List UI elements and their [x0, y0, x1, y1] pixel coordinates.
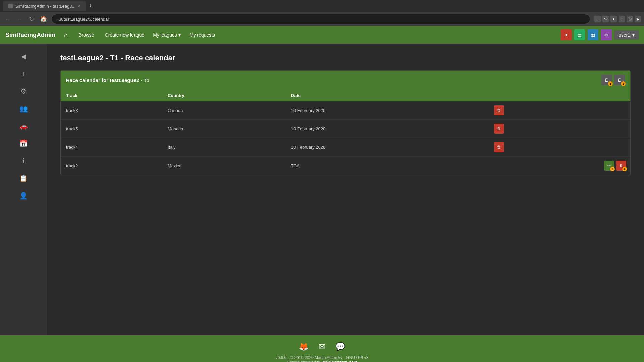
table-row: track5 Monaco 10 February 2020 🗑: [61, 120, 630, 138]
ext-icon-shield[interactable]: 🛡: [602, 16, 609, 22]
sidebar-icon-add[interactable]: ＋: [16, 66, 31, 81]
calendar-header-title: Race calendar for testLeague2 - T1: [66, 77, 149, 83]
main-layout: ◀ ＋ ⚙ 👥 🚗 📅 ℹ 📋 👤 testLeague2 - T1 - Rac…: [0, 44, 644, 335]
ext-icon-dl[interactable]: ↓: [619, 16, 625, 22]
delete-button[interactable]: 🗑: [494, 142, 504, 152]
sidebar-icon-users[interactable]: 👥: [16, 101, 31, 116]
cell-track: track3: [61, 101, 162, 120]
app-nav-right: ✦ ▤ ▦ ✉ user1 ▾: [561, 29, 639, 40]
nav-icon-green[interactable]: ▤: [574, 29, 585, 40]
delete-button[interactable]: 🗑: [494, 124, 504, 134]
sidebar: ◀ ＋ ⚙ 👥 🚗 📅 ℹ 📋 👤: [0, 44, 47, 335]
calendar-card: Race calendar for testLeague2 - T1 🗒 1 🗒…: [60, 70, 631, 175]
sidebar-icon-user[interactable]: 👤: [16, 188, 31, 203]
header-btn-2-badge: 2: [621, 81, 626, 86]
nav-icon-blue[interactable]: ▦: [588, 29, 598, 40]
sidebar-icon-info[interactable]: ℹ: [16, 154, 31, 168]
cell-country: Italy: [162, 138, 286, 157]
footer-icon-gitlab[interactable]: 🦊: [299, 342, 309, 351]
active-tab: SimRacingAdmin - testLeagu... ×: [3, 1, 86, 11]
calendar-header: Race calendar for testLeague2 - T1 🗒 1 🗒…: [61, 71, 630, 89]
refresh-button[interactable]: ↻: [27, 14, 36, 24]
sidebar-icon-settings[interactable]: ⚙: [16, 84, 31, 99]
new-tab-button[interactable]: +: [86, 3, 95, 10]
forward-button[interactable]: →: [15, 14, 25, 24]
table-header-row: Track Country Date: [61, 89, 630, 101]
footer: 🦊 ✉ 💬 v0.9.0 - © 2019-2020 Martin Auters…: [0, 335, 644, 362]
sidebar-icon-back[interactable]: ◀: [16, 49, 31, 64]
table-row: track4 Italy 10 February 2020 🗑: [61, 138, 630, 157]
edit-button[interactable]: ✏ 3: [604, 161, 614, 171]
cell-actions: ✏ 3 🗑 4: [489, 157, 630, 175]
home-button[interactable]: 🏠: [38, 14, 49, 24]
header-btn-1-badge: 1: [608, 81, 613, 86]
browser-extensions: ⋯ 🛡 ★ ↓ ⊞ ▶: [594, 16, 641, 22]
footer-design-text: Design powered by: [287, 360, 322, 362]
del-badge: 4: [622, 167, 627, 171]
header-btn-2[interactable]: 🗒 2: [614, 75, 625, 85]
nav-my-leagues-label: My leagues: [153, 32, 177, 38]
sidebar-icon-list[interactable]: 📋: [16, 171, 31, 186]
user-arrow: ▾: [632, 32, 635, 38]
cell-track: track4: [61, 138, 162, 157]
tab-title: SimRacingAdmin - testLeagu...: [15, 4, 75, 9]
nav-home-link[interactable]: ⌂: [62, 30, 70, 40]
user-label: user1: [619, 32, 630, 38]
nav-icon-purple[interactable]: ✉: [601, 29, 612, 40]
col-track: Track: [61, 89, 162, 101]
cell-date: 10 February 2020: [286, 101, 489, 120]
nav-my-requests-link[interactable]: My requests: [187, 31, 217, 39]
nav-browse-link[interactable]: Browse: [76, 31, 96, 39]
cell-track: track5: [61, 120, 162, 138]
cell-actions: 🗑: [489, 120, 630, 138]
back-button[interactable]: ←: [3, 14, 13, 24]
address-bar[interactable]: [51, 14, 590, 24]
app-navbar: SimRacingAdmin ⌂ Browse Create new leagu…: [0, 26, 644, 44]
header-btn-1[interactable]: 🗒 1: [601, 75, 612, 85]
header-buttons: 🗒 1 🗒 2: [601, 75, 625, 85]
tab-close-button[interactable]: ×: [78, 4, 80, 8]
ext-icon-1[interactable]: ⋯: [594, 16, 601, 22]
footer-icon-discord[interactable]: 💬: [335, 342, 345, 351]
footer-design-link[interactable]: MDBootstrap.com: [322, 360, 357, 362]
col-actions: [489, 89, 630, 101]
sidebar-icon-calendar[interactable]: 📅: [16, 136, 31, 151]
cell-date: 10 February 2020: [286, 138, 489, 157]
action-double: ✏ 3 🗑 4: [494, 161, 626, 171]
col-date: Date: [286, 89, 489, 101]
race-table: Track Country Date track3 Canada 10 Febr…: [61, 89, 630, 175]
ext-icon-grid[interactable]: ⊞: [627, 16, 633, 22]
footer-copyright-text: v0.9.0 - © 2019-2020 Martin Auterský - G…: [276, 355, 368, 360]
content-area: testLeague2 - T1 - Race calendar Race ca…: [47, 44, 644, 335]
cell-date: TBA: [286, 157, 489, 175]
table-row: track3 Canada 10 February 2020 🗑: [61, 101, 630, 120]
cell-track: track2: [61, 157, 162, 175]
cell-date: 10 February 2020: [286, 120, 489, 138]
delete-button[interactable]: 🗑 4: [616, 161, 626, 171]
sidebar-icon-car[interactable]: 🚗: [16, 119, 31, 133]
cell-country: Mexico: [162, 157, 286, 175]
browser-nav: ← → ↻ 🏠 ⋯ 🛡 ★ ↓ ⊞ ▶: [0, 12, 644, 26]
col-country: Country: [162, 89, 286, 101]
table-row: track2 Mexico TBA ✏ 3 🗑: [61, 157, 630, 175]
edit-badge: 3: [610, 167, 615, 171]
ext-icon-player[interactable]: ▶: [635, 16, 641, 22]
delete-button[interactable]: 🗑: [494, 105, 504, 115]
nav-my-leagues-dropdown[interactable]: My leagues ▾: [153, 32, 181, 38]
footer-copyright: v0.9.0 - © 2019-2020 Martin Auterský - G…: [7, 355, 637, 362]
nav-my-leagues-arrow: ▾: [178, 32, 181, 38]
app-brand: SimRacingAdmin: [5, 32, 55, 39]
cell-country: Monaco: [162, 120, 286, 138]
footer-icon-email[interactable]: ✉: [319, 342, 325, 351]
cell-actions: 🗑: [489, 138, 630, 157]
race-table-header: Track Country Date: [61, 89, 630, 101]
user-menu-button[interactable]: user1 ▾: [614, 30, 639, 40]
nav-icon-red[interactable]: ✦: [561, 29, 572, 40]
tab-favicon: [8, 4, 13, 8]
race-table-body: track3 Canada 10 February 2020 🗑 track5 …: [61, 101, 630, 175]
cell-actions: 🗑: [489, 101, 630, 120]
cell-country: Canada: [162, 101, 286, 120]
nav-create-league-link[interactable]: Create new league: [103, 31, 147, 39]
ext-icon-star[interactable]: ★: [610, 16, 617, 22]
browser-chrome: SimRacingAdmin - testLeagu... × + ← → ↻ …: [0, 0, 644, 26]
